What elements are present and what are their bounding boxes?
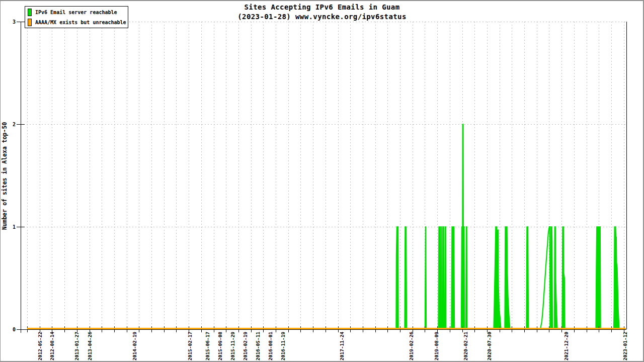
axis-ticks [17,22,624,333]
x-tick-label: 2012-08-14 [49,332,55,360]
legend-item-reachable: IPv6 Email server reachable [28,8,128,17]
plot-borders [17,22,627,333]
legend-label-reachable: IPv6 Email server reachable [35,10,117,15]
y-axis-title: Number of sites in Alexa top-50 [1,101,10,251]
x-tick-label: 2020-02-21 [463,332,468,360]
x-tick-label: 2015-06-17 [205,332,210,360]
legend-label-unreachable: AAAA/MX exists but unreachable [35,20,126,25]
y-tick-label: 0 [13,327,16,332]
x-tick-label: 2019-08-09 [434,332,439,360]
x-axis-tick-labels: 2012-05-222012-08-142013-01-272013-04-26… [37,332,628,360]
x-tick-label: 2014-02-19 [132,332,137,360]
x-tick-label: 2015-11-29 [230,332,235,360]
x-tick-label: 2015-09-08 [217,332,223,360]
x-tick-label: 2017-11-24 [339,332,345,360]
x-tick-label: 2021-12-20 [564,332,569,360]
orange-swatch-icon [28,19,32,26]
legend-item-unreachable: AAAA/MX exists but unreachable [28,18,128,27]
x-tick-label: 2015-02-17 [187,332,193,360]
x-tick-label: 2019-02-26 [409,332,414,360]
x-tick-label: 2016-11-19 [280,332,286,360]
y-tick-label: 1 [13,224,16,230]
x-tick-label: 2016-05-11 [255,332,261,360]
x-tick-label: 2016-08-01 [268,332,273,360]
x-tick-label: 2023-01-12 [622,332,628,360]
x-tick-label: 2020-07-30 [487,332,492,360]
grid-lines [21,22,626,329]
legend: IPv6 Email server reachable AAAA/MX exis… [25,6,128,28]
x-tick-label: 2012-05-22 [37,332,43,360]
green-swatch-icon [28,9,32,16]
y-axis-tick-labels: 0123 [13,19,16,332]
x-tick-label: 2016-02-19 [243,332,248,360]
x-tick-label: 2013-01-27 [74,332,79,360]
x-tick-label: 2013-04-26 [87,332,93,360]
y-tick-label: 2 [13,122,16,127]
ipv6-email-chart: 01232012-05-222012-08-142013-01-272013-0… [0,0,644,362]
